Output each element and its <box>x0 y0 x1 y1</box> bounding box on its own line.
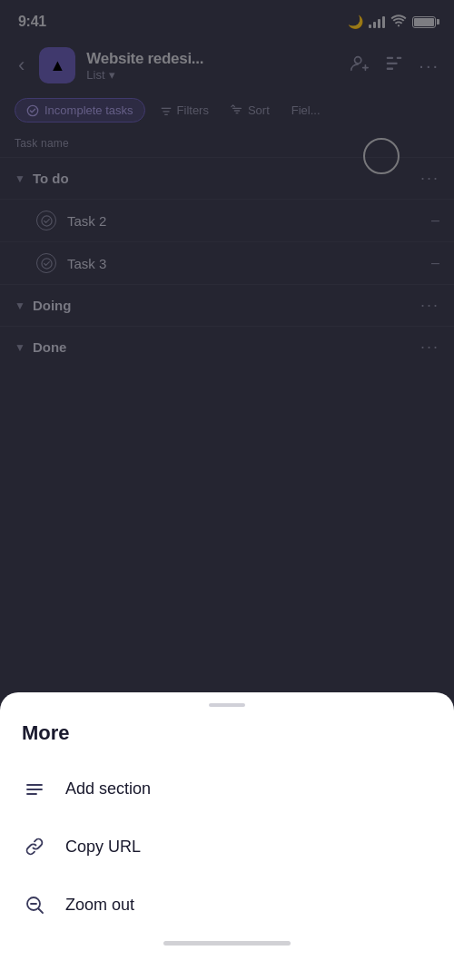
copy-url-label: Copy URL <box>65 838 141 857</box>
copy-url-icon <box>22 834 47 859</box>
add-section-icon <box>22 776 47 801</box>
sheet-handle <box>0 692 454 714</box>
handle-bar <box>209 703 245 707</box>
zoom-out-label: Zoom out <box>65 896 134 915</box>
list-item[interactable]: Copy URL <box>0 818 454 876</box>
list-item[interactable]: Add section <box>0 760 454 818</box>
zoom-out-icon <box>22 892 47 917</box>
home-bar <box>163 941 291 946</box>
svg-line-16 <box>39 909 44 914</box>
add-section-label: Add section <box>65 779 151 799</box>
sheet-title: More <box>0 714 454 760</box>
list-item[interactable]: Zoom out <box>0 876 454 934</box>
bottom-sheet: More Add section Copy URL <box>0 692 454 980</box>
home-indicator <box>0 934 454 949</box>
